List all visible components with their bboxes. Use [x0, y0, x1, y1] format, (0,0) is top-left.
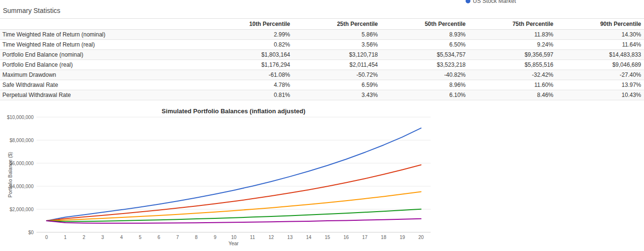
column-header: 75th Percentile — [468, 19, 556, 30]
stat-value: 0.82% — [205, 40, 293, 50]
svg-text:11: 11 — [250, 235, 255, 240]
stat-value: -32.42% — [468, 70, 556, 80]
svg-text:2: 2 — [82, 235, 85, 240]
column-header: 50th Percentile — [381, 19, 468, 30]
svg-text:10: 10 — [231, 235, 237, 240]
series-color-dot-icon — [466, 0, 470, 3]
svg-text:5: 5 — [139, 235, 141, 240]
stat-value: 11.64% — [556, 40, 644, 50]
stat-value: 8.46% — [468, 90, 556, 100]
stat-label: Time Weighted Rate of Return (real) — [0, 40, 205, 50]
stat-value: -61.08% — [205, 70, 293, 80]
stat-label: Perpetual Withdrawal Rate — [0, 90, 205, 100]
table-row: Maximum Drawdown -61.08% -50.72% -40.82%… — [0, 70, 644, 80]
stat-value: $1,176,294 — [205, 60, 293, 70]
svg-text:4: 4 — [120, 235, 123, 240]
stat-value: 8.93% — [381, 30, 468, 40]
stat-value: 6.59% — [293, 80, 381, 90]
svg-text:9: 9 — [214, 235, 217, 240]
svg-text:$8,000,000: $8,000,000 — [10, 138, 34, 143]
chart-gridlines — [36, 117, 431, 232]
x-axis-title: Year — [228, 240, 239, 246]
stat-label: Time Weighted Rate of Return (nominal) — [0, 30, 205, 40]
svg-text:$6,000,000: $6,000,000 — [10, 161, 34, 166]
summary-statistics-table: 10th Percentile 25th Percentile 50th Per… — [0, 18, 644, 100]
table-row: Time Weighted Rate of Return (real) 0.82… — [0, 40, 644, 50]
stat-value: 10.43% — [556, 90, 644, 100]
stat-value: 3.43% — [293, 90, 381, 100]
stat-value: $5,534,757 — [381, 50, 468, 60]
stat-value: $2,011,454 — [293, 60, 381, 70]
chart-series-lines — [47, 128, 421, 223]
stat-value: $14,483,833 — [556, 50, 644, 60]
stat-label: Portfolio End Balance (nominal) — [0, 50, 205, 60]
table-header-row: 10th Percentile 25th Percentile 50th Per… — [0, 19, 644, 30]
chart-title: Simulated Portfolio Balances (inflation … — [162, 108, 305, 115]
stat-value: 11.83% — [468, 30, 556, 40]
svg-text:6: 6 — [158, 235, 161, 240]
stat-value: 2.99% — [205, 30, 293, 40]
stat-value: 8.96% — [381, 80, 468, 90]
portfolio-balances-chart[interactable]: Simulated Portfolio Balances (inflation … — [0, 107, 460, 251]
column-header: 25th Percentile — [293, 19, 381, 30]
stat-value: 3.56% — [293, 40, 381, 50]
table-row: Safe Withdrawal Rate 4.78% 6.59% 8.96% 1… — [0, 80, 644, 90]
svg-text:0: 0 — [45, 235, 48, 240]
stat-value: 11.60% — [468, 80, 556, 90]
stat-value: 0.81% — [205, 90, 293, 100]
stat-label: Maximum Drawdown — [0, 70, 205, 80]
svg-text:13: 13 — [287, 235, 293, 240]
column-header: 90th Percentile — [556, 19, 644, 30]
svg-text:1: 1 — [64, 235, 67, 240]
svg-text:$0: $0 — [28, 230, 34, 235]
stat-label: Portfolio End Balance (real) — [0, 60, 205, 70]
stat-value: 6.50% — [381, 40, 468, 50]
svg-text:$2,000,000: $2,000,000 — [10, 207, 34, 212]
svg-text:14: 14 — [306, 235, 312, 240]
stat-value: 5.86% — [293, 30, 381, 40]
stat-value: $5,855,516 — [468, 60, 556, 70]
svg-text:20: 20 — [418, 235, 424, 240]
svg-text:15: 15 — [325, 235, 330, 240]
svg-text:12: 12 — [269, 235, 274, 240]
stat-value: $3,523,218 — [381, 60, 468, 70]
svg-text:$4,000,000: $4,000,000 — [10, 184, 34, 189]
svg-text:16: 16 — [343, 235, 349, 240]
stat-value: $9,046,689 — [556, 60, 644, 70]
svg-text:17: 17 — [362, 235, 368, 240]
svg-text:18: 18 — [381, 235, 386, 240]
series-legend: US Stock Market — [466, 0, 516, 4]
table-row: Portfolio End Balance (nominal) $1,803,1… — [0, 50, 644, 60]
column-header: 10th Percentile — [205, 19, 293, 30]
stat-value: -50.72% — [293, 70, 381, 80]
stat-value: 4.78% — [205, 80, 293, 90]
stat-value: 9.24% — [468, 40, 556, 50]
stat-label: Safe Withdrawal Rate — [0, 80, 205, 90]
stat-value: $3,120,718 — [293, 50, 381, 60]
svg-text:7: 7 — [176, 235, 179, 240]
stat-value: 13.97% — [556, 80, 644, 90]
stat-value: 14.30% — [556, 30, 644, 40]
svg-text:8: 8 — [195, 235, 198, 240]
table-row: Portfolio End Balance (real) $1,176,294 … — [0, 60, 644, 70]
series-legend-label: US Stock Market — [473, 0, 516, 4]
x-axis-tick-labels: 01234567891011121314151617181920 — [45, 235, 424, 240]
svg-text:3: 3 — [101, 235, 104, 240]
metric-column-header — [0, 19, 205, 30]
summary-statistics-heading: Summary Statistics — [3, 7, 60, 14]
stat-value: $9,356,597 — [468, 50, 556, 60]
table-row: Perpetual Withdrawal Rate 0.81% 3.43% 6.… — [0, 90, 644, 100]
table-row: Time Weighted Rate of Return (nominal) 2… — [0, 30, 644, 40]
stat-value: -27.40% — [556, 70, 644, 80]
stat-value: -40.82% — [381, 70, 468, 80]
stat-value: $1,803,164 — [205, 50, 293, 60]
stat-value: 6.10% — [381, 90, 468, 100]
svg-text:19: 19 — [399, 235, 405, 240]
svg-text:$10,000,000: $10,000,000 — [7, 115, 34, 120]
y-axis-title: Portfolio Balance ($) — [7, 152, 13, 197]
